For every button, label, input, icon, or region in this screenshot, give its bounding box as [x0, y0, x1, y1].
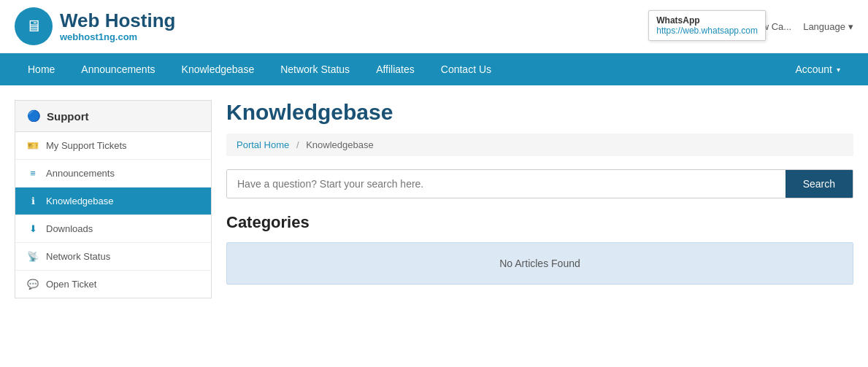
logo-icon: 🖥 [15, 7, 53, 45]
language-label: Language [803, 21, 845, 32]
nav-item-knowledgebase[interactable]: Knowledgebase [169, 53, 268, 85]
nav-left: Home Announcements Knowledgebase Network… [15, 53, 504, 85]
breadcrumb-separator: / [296, 139, 299, 150]
sidebar-item-knowledgebase[interactable]: ℹ Knowledgebase [15, 188, 211, 215]
sidebar-item-open-ticket[interactable]: 💬 Open Ticket [15, 271, 211, 298]
downloads-icon: ⬇ [27, 223, 39, 234]
tickets-icon: 🎫 [27, 140, 39, 151]
sidebar-item-label-announcements: Announcements [46, 168, 115, 179]
sidebar-item-announcements[interactable]: ≡ Announcements [15, 160, 211, 188]
account-dropdown[interactable]: Account ▾ [782, 53, 853, 85]
account-label: Account [795, 63, 832, 75]
breadcrumb-current: Knowledgebase [306, 139, 374, 150]
sidebar-item-label-knowledgebase: Knowledgebase [46, 196, 114, 206]
sidebar-item-label-tickets: My Support Tickets [46, 140, 127, 151]
sidebar-item-network-status[interactable]: 📡 Network Status [15, 243, 211, 271]
sidebar-nav: 🎫 My Support Tickets ≡ Announcements ℹ K… [15, 132, 212, 298]
nav-item-announcements[interactable]: Announcements [68, 53, 168, 85]
breadcrumb: Portal Home / Knowledgebase [226, 134, 853, 156]
page-body: 🔵 Support 🎫 My Support Tickets ≡ Announc… [0, 85, 868, 313]
nav-right: Account ▾ [782, 53, 853, 85]
sidebar-header-label: Support [47, 110, 89, 123]
no-articles-box: No Articles Found [226, 242, 853, 285]
search-button[interactable]: Search [786, 170, 853, 198]
language-dropdown[interactable]: Language ▾ [803, 21, 853, 32]
logo-text: Web Hosting webhost1ng.com [60, 10, 175, 42]
main-content: Knowledgebase Portal Home / Knowledgebas… [226, 100, 853, 298]
categories-title: Categories [226, 213, 853, 232]
account-chevron-icon: ▾ [837, 66, 840, 74]
nav-item-contact[interactable]: Contact Us [428, 53, 504, 85]
no-articles-text: No Articles Found [499, 258, 580, 269]
sidebar-item-label-network-status: Network Status [46, 251, 110, 262]
tooltip-title: WhatsApp [656, 15, 758, 26]
sidebar-item-label-open-ticket: Open Ticket [46, 279, 96, 290]
sidebar-item-label-downloads: Downloads [46, 223, 93, 234]
nav-item-home[interactable]: Home [15, 53, 68, 85]
search-input[interactable] [227, 170, 786, 198]
network-status-icon: 📡 [27, 251, 39, 262]
logo-title: Web Hosting [60, 10, 175, 31]
sidebar-item-downloads[interactable]: ⬇ Downloads [15, 215, 211, 243]
main-nav: Home Announcements Knowledgebase Network… [0, 53, 868, 85]
logo-area: 🖥 Web Hosting webhost1ng.com [15, 7, 175, 45]
top-header: 🖥 Web Hosting webhost1ng.com WhatsApp ht… [0, 0, 868, 53]
logo-subtitle: webhost1ng.com [60, 31, 175, 42]
sidebar-header: 🔵 Support [15, 100, 212, 132]
support-icon: 🔵 [27, 109, 41, 123]
whatsapp-tooltip: WhatsApp https://web.whatsapp.com [648, 10, 766, 41]
sidebar-item-tickets[interactable]: 🎫 My Support Tickets [15, 132, 211, 160]
open-ticket-icon: 💬 [27, 279, 39, 290]
search-bar: Search [226, 169, 853, 198]
nav-item-network-status[interactable]: Network Status [267, 53, 363, 85]
breadcrumb-home[interactable]: Portal Home [237, 139, 289, 150]
page-title: Knowledgebase [226, 100, 853, 125]
sidebar: 🔵 Support 🎫 My Support Tickets ≡ Announc… [15, 100, 212, 298]
tooltip-url: https://web.whatsapp.com [656, 26, 758, 36]
nav-item-affiliates[interactable]: Affiliates [363, 53, 428, 85]
knowledgebase-icon: ℹ [27, 196, 39, 206]
announcements-icon: ≡ [27, 168, 39, 179]
chevron-down-icon: ▾ [848, 21, 853, 32]
